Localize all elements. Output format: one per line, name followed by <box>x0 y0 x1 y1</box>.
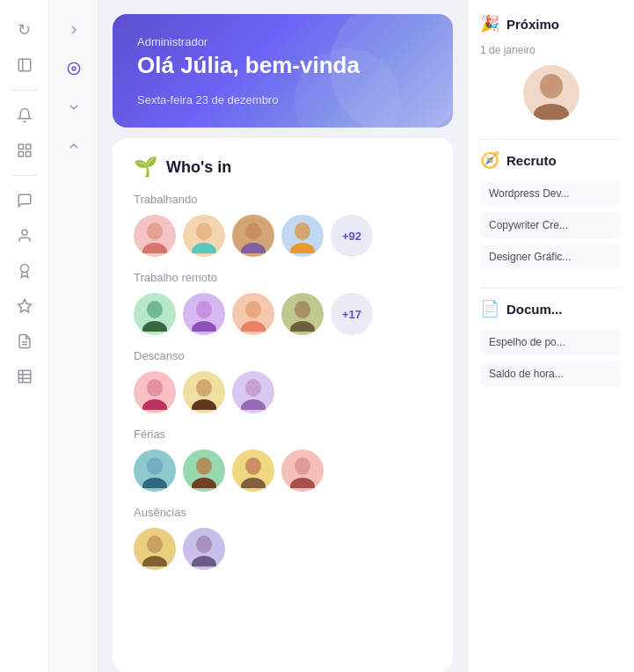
section-label-ferias: Férias <box>134 427 432 441</box>
svg-rect-11 <box>18 370 31 383</box>
party-icon: 🎉 <box>480 14 499 33</box>
svg-point-18 <box>245 223 261 240</box>
grid-icon[interactable] <box>9 135 40 166</box>
proximo-section: 🎉 Próximo 1 de janeiro <box>480 14 622 121</box>
svg-point-33 <box>192 399 216 410</box>
svg-point-12 <box>68 62 79 74</box>
svg-point-48 <box>540 74 563 99</box>
avatar-row-ferias <box>134 449 432 492</box>
whos-in-header: 🌱 Who's in <box>134 156 432 179</box>
svg-point-6 <box>22 230 27 235</box>
badge-icon[interactable] <box>9 255 40 287</box>
recruto-item-1[interactable]: Wordpress Dev... <box>480 180 622 207</box>
avatar <box>134 215 176 257</box>
svg-point-47 <box>192 556 216 566</box>
avatar-count-remoto[interactable]: +17 <box>331 293 373 335</box>
svg-point-22 <box>147 301 163 318</box>
event-avatar <box>523 65 579 121</box>
svg-point-14 <box>147 223 163 240</box>
svg-point-43 <box>290 478 315 488</box>
person-icon[interactable] <box>9 220 40 252</box>
document-icon: 📄 <box>480 299 499 318</box>
avatar <box>281 449 324 492</box>
svg-rect-2 <box>18 144 23 149</box>
chat-icon[interactable] <box>9 185 40 216</box>
svg-rect-3 <box>26 144 30 149</box>
section-label-ausencias: Ausências <box>134 506 432 519</box>
svg-point-41 <box>241 478 266 488</box>
avatar-row-remoto: +17 <box>134 293 432 335</box>
avatar <box>232 449 274 492</box>
bell-icon[interactable] <box>9 99 40 131</box>
svg-rect-4 <box>18 152 23 157</box>
svg-point-36 <box>147 457 163 475</box>
svg-point-23 <box>142 321 167 332</box>
svg-point-13 <box>72 67 76 70</box>
section-label-remoto: Trabalho remoto <box>134 271 432 284</box>
svg-point-45 <box>142 556 167 566</box>
avatar <box>281 293 324 335</box>
svg-point-15 <box>142 243 167 253</box>
chevron-up-icon[interactable] <box>58 130 90 162</box>
compass-icon-right: 🧭 <box>480 150 499 170</box>
svg-point-34 <box>245 379 261 397</box>
recruto-item-2[interactable]: Copywriter Cre... <box>480 212 622 238</box>
svg-point-31 <box>142 399 167 410</box>
avatar-count-trabalhando[interactable]: +92 <box>331 215 373 257</box>
avatar-row-descanso <box>134 371 432 413</box>
table-icon[interactable] <box>9 361 40 392</box>
svg-point-40 <box>245 457 261 475</box>
avatar <box>183 293 225 335</box>
avatar <box>134 528 176 570</box>
docu-section: 📄 Docum... Espelho de po... Saldo de hor… <box>480 299 622 387</box>
refresh-icon[interactable]: ↻ <box>9 14 40 46</box>
svg-point-26 <box>245 301 261 318</box>
svg-point-25 <box>192 321 216 332</box>
docs-icon[interactable] <box>9 325 40 357</box>
svg-point-39 <box>192 478 216 488</box>
hero-date: Sexta-feira 23 de dezembro <box>137 93 428 106</box>
star-icon[interactable] <box>9 290 40 322</box>
avatar <box>183 528 225 570</box>
svg-point-35 <box>241 399 266 410</box>
event-date: 1 de janeiro <box>480 44 622 56</box>
avatar <box>134 371 176 413</box>
recruto-section: 🧭 Recruto Wordpress Dev... Copywriter Cr… <box>480 150 622 270</box>
avatar-row-ausencias <box>134 528 432 570</box>
docu-item-1[interactable]: Espelho de po... <box>480 329 622 355</box>
avatar <box>183 449 225 492</box>
proximo-title: Próximo <box>506 17 559 32</box>
compass-icon[interactable] <box>58 53 90 84</box>
svg-point-44 <box>147 536 163 553</box>
svg-point-21 <box>290 243 315 253</box>
proximo-header: 🎉 Próximo <box>480 14 622 33</box>
divider-right-2 <box>480 288 622 289</box>
svg-point-37 <box>142 478 167 488</box>
avatar-row-trabalhando: +92 <box>134 215 432 257</box>
svg-point-24 <box>196 301 212 318</box>
svg-point-32 <box>196 379 212 397</box>
svg-point-20 <box>295 223 310 240</box>
svg-marker-8 <box>18 300 31 312</box>
whos-in-icon: 🌱 <box>134 156 157 179</box>
docu-header: 📄 Docum... <box>480 299 622 318</box>
avatar <box>183 371 225 413</box>
chevron-down-icon-2[interactable] <box>58 91 90 123</box>
section-label-trabalhando: Trabalhando <box>134 193 432 206</box>
avatar <box>232 293 274 335</box>
sidebar-toggle-icon[interactable] <box>9 49 40 81</box>
recruto-item-3[interactable]: Designer Gráfic... <box>480 244 622 270</box>
arrow-right-icon[interactable] <box>58 14 90 46</box>
divider-1 <box>11 90 38 91</box>
section-label-descanso: Descanso <box>134 349 432 362</box>
svg-point-28 <box>295 301 310 318</box>
avatar <box>232 371 274 413</box>
svg-point-49 <box>534 104 569 120</box>
docu-item-2[interactable]: Saldo de hora... <box>480 361 622 387</box>
svg-point-42 <box>295 457 310 475</box>
svg-point-16 <box>196 223 212 240</box>
svg-point-30 <box>147 379 163 397</box>
svg-point-17 <box>192 243 216 253</box>
docu-title: Docum... <box>506 302 562 317</box>
avatar <box>232 215 274 257</box>
